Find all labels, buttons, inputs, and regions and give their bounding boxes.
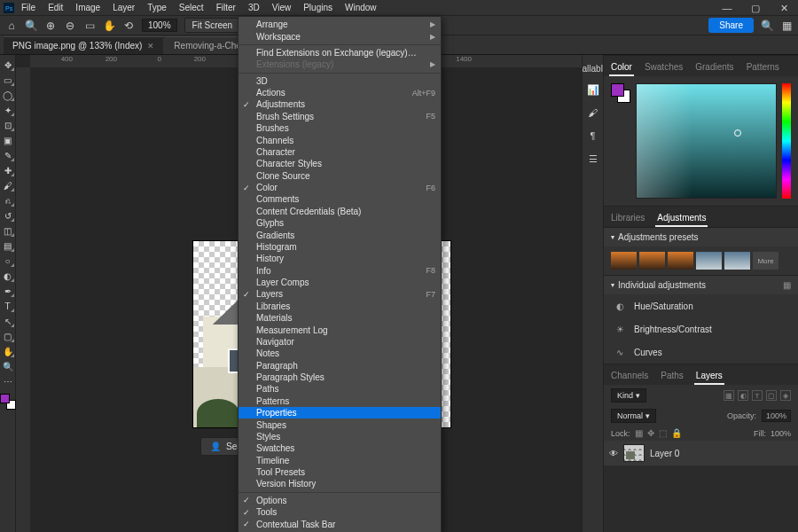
zoom-out-icon[interactable]: ⊖ [64,20,76,32]
menu-filter[interactable]: Filter [211,1,241,14]
layer-name[interactable]: Layer 0 [650,449,679,458]
adj-brightness-contrast[interactable]: ☀ Brightness/Contrast [604,317,798,340]
preset-thumb[interactable] [611,252,637,270]
filter-smart-icon[interactable]: ◈ [780,390,791,401]
blend-mode-select[interactable]: Normal ▾ [611,409,656,423]
tab-gradients[interactable]: Gradients [693,59,735,76]
tab-color[interactable]: Color [609,59,634,76]
gradient-tool-icon[interactable]: ▤ [2,239,14,252]
preset-thumb[interactable] [668,252,693,270]
fill-input[interactable]: 100% [771,429,791,438]
wand-tool-icon[interactable]: ✦ [2,104,14,116]
menu-item-adjustments[interactable]: ✓Adjustments [239,98,441,110]
hand-icon[interactable]: ✋ [103,20,115,32]
menu-item-history[interactable]: History [239,253,441,264]
menu-item-styles[interactable]: Styles [239,431,441,442]
adj-hue-saturation[interactable]: ◐ Hue/Saturation [604,294,798,317]
color-field[interactable] [636,83,777,199]
share-button[interactable]: Share [708,18,754,33]
menu-item-properties[interactable]: Properties [239,407,441,419]
histogram-icon[interactable]: 📊 [586,82,600,97]
move-tool-icon[interactable]: ✥ [2,59,14,71]
pen-tool-icon[interactable]: ✒ [2,285,14,297]
grid-view-icon[interactable]: ▦ [783,280,791,290]
tab-png-image[interactable]: PNG image.png @ 133% (Index) ✕ [4,36,163,54]
kind-filter-select[interactable]: Kind ▾ [611,388,646,403]
heal-tool-icon[interactable]: ✚ [2,164,14,176]
menu-item-paragraph[interactable]: Paragraph [239,360,441,372]
zoom-in-icon[interactable]: ⊕ [44,20,57,32]
fg-color-swatch[interactable] [0,394,10,403]
type-tool-icon[interactable]: T [2,300,14,312]
history-brush-icon[interactable]: ↺ [2,209,14,222]
lock-position-icon[interactable]: ✥ [647,428,654,438]
menu-item-glyphs[interactable]: Glyphs [239,217,441,229]
menu-item-layers[interactable]: ✓LayersF7 [239,288,441,300]
menu-item-paths[interactable]: Paths [239,383,441,395]
dodge-tool-icon[interactable]: ◐ [2,270,14,282]
menu-item-3d[interactable]: 3D [239,75,441,87]
preset-more-button[interactable]: More [753,252,778,270]
menu-item-character-styles[interactable]: Character Styles [239,158,441,169]
fit-screen-button[interactable]: Fit Screen [184,18,241,33]
path-tool-icon[interactable]: ↖ [2,315,14,327]
layer-row[interactable]: 👁 Layer 0 [604,441,798,466]
hand-tool-icon[interactable]: ✋ [2,345,14,357]
menu-item-layer-comps[interactable]: Layer Comps [239,277,441,288]
menu-item-notes[interactable]: Notes [239,348,441,359]
menu-item-content-credentials-beta-[interactable]: Content Credentials (Beta) [239,206,441,217]
workspace-icon[interactable]: ▦ [780,20,793,32]
tab-close-icon[interactable]: ✕ [147,42,154,51]
visibility-icon[interactable]: 👁 [609,449,618,458]
zoom-level-input[interactable]: 100% [142,19,177,32]
menu-item-workspace[interactable]: Workspace▶ [239,30,441,42]
menu-item-version-history[interactable]: Version History [239,478,441,489]
menu-item-clone-source[interactable]: Clone Source [239,170,441,182]
menu-image[interactable]: Image [70,1,106,14]
tab-libraries[interactable]: Libraries [609,210,646,227]
color-cursor[interactable] [734,129,741,137]
picker-swatches[interactable] [611,83,630,103]
presets-header[interactable]: ▾ Adjustments presets [604,227,798,246]
preset-thumb[interactable] [639,252,665,270]
menu-item-swatches[interactable]: Swatches [239,442,441,454]
zoom-tool2-icon[interactable]: 🔍 [2,360,14,372]
close-icon[interactable]: ✕ [770,0,798,16]
menu-view[interactable]: View [267,1,297,14]
layer-thumbnail[interactable] [623,444,645,462]
brush-tool-icon[interactable]: 🖌 [2,179,14,192]
menu-type[interactable]: Type [142,1,172,14]
fit-icon[interactable]: ▭ [83,20,96,32]
filter-type-icon[interactable]: T [752,390,763,401]
menu-item-measurement-log[interactable]: Measurement Log [239,324,441,335]
menu-select[interactable]: Select [174,1,209,14]
menu-item-options[interactable]: ✓Options [239,495,441,506]
individual-header[interactable]: ▾ Individual adjustments ▦ [604,275,798,294]
filter-shape-icon[interactable]: ▢ [766,390,777,401]
paragraph-panel-icon[interactable]: ¶ [586,129,600,143]
menu-file[interactable]: File [16,1,41,14]
toolbox-swatches[interactable] [0,394,16,410]
menu-item-color[interactable]: ✓ColorF6 [239,182,441,193]
menu-item-materials[interactable]: Materials [239,312,441,324]
maximize-icon[interactable]: ▢ [741,0,770,16]
menu-plugins[interactable]: Plugins [298,1,338,14]
menu-item-brushes[interactable]: Brushes [239,122,441,134]
adj-curves[interactable]: ∿ Curves [604,340,798,364]
adjust-panel-icon[interactable]: ☰ [586,152,600,166]
blur-tool-icon[interactable]: ○ [2,254,14,267]
menu-layer[interactable]: Layer [107,1,140,14]
menu-item-find-extensions-on-exchange-legacy-[interactable]: Find Extensions on Exchange (legacy)… [239,47,441,59]
tab-layers[interactable]: Layers [694,368,724,385]
menu-3d[interactable]: 3D [243,1,265,14]
menu-item-tools[interactable]: ✓Tools [239,506,441,518]
menu-item-info[interactable]: InfoF8 [239,265,441,277]
menu-window[interactable]: Window [340,1,382,14]
menu-item-brush-settings[interactable]: Brush SettingsF5 [239,111,441,122]
menu-item-patterns[interactable]: Patterns [239,395,441,407]
hue-slider[interactable] [782,83,791,199]
zoom-tool-icon[interactable]: 🔍 [25,20,37,32]
menu-item-arrange[interactable]: Arrange▶ [239,19,441,30]
home-icon[interactable]: ⌂ [5,20,18,32]
lasso-tool-icon[interactable]: ◯ [2,89,14,101]
